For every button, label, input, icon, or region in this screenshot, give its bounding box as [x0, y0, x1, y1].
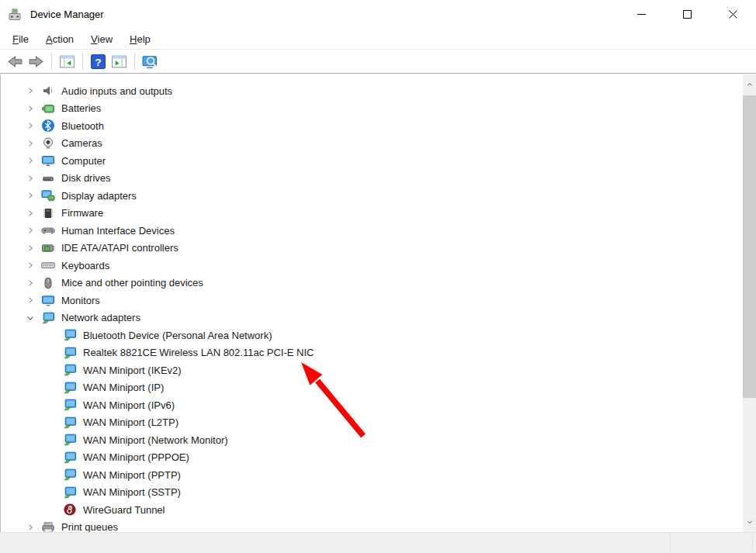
network-adapter-icon: [63, 328, 77, 342]
close-icon: [729, 10, 737, 19]
tree-item-disk-drives[interactable]: Disk drives: [1, 170, 756, 188]
toolbar: ?: [0, 50, 756, 74]
menu-item-action[interactable]: Action: [37, 30, 82, 48]
chevron-right-icon[interactable]: [24, 189, 36, 202]
status-bar: [0, 532, 756, 553]
camera-icon: [41, 137, 55, 150]
tree-item-wan-miniport-sstp[interactable]: WAN Miniport (SSTP): [1, 484, 756, 502]
scrollbar-thumb[interactable]: [743, 95, 756, 398]
tree-item-label: WAN Miniport (IP): [83, 382, 164, 393]
tree-item-ide-ata-atapi-controllers[interactable]: IDE ATA/ATAPI controllers: [1, 240, 756, 257]
network-adapter-icon: [63, 468, 77, 482]
status-bar-divider: [670, 534, 671, 551]
chevron-down-icon[interactable]: [24, 312, 36, 324]
tree-item-label: Monitors: [61, 295, 100, 306]
tree-item-label: IDE ATA/ATAPI controllers: [61, 242, 179, 254]
menu-item-view[interactable]: View: [82, 30, 121, 48]
chevron-right-icon[interactable]: [24, 172, 36, 185]
tree-item-label: Keyboards: [61, 260, 109, 271]
tree-item-wan-miniport-ip[interactable]: WAN Miniport (IP): [1, 379, 756, 397]
disk-icon: [41, 171, 55, 185]
device-tree-pane: Audio inputs and outputsBatteriesBluetoo…: [0, 74, 756, 532]
audio-icon: [41, 84, 55, 98]
chevron-right-icon[interactable]: [24, 224, 36, 237]
minimize-icon: [637, 10, 646, 19]
tree-item-realtek-8821ce-wireless-lan-802-11ac-pci-e-nic[interactable]: Realtek 8821CE Wireless LAN 802.11ac PCI…: [1, 344, 756, 362]
close-button[interactable]: [710, 0, 756, 29]
menu-item-help[interactable]: Help: [121, 30, 159, 48]
vertical-scrollbar[interactable]: [743, 74, 756, 532]
tree-item-display-adapters[interactable]: Display adapters: [1, 187, 756, 205]
scan-for-hardware-changes-button[interactable]: [140, 52, 160, 71]
chevron-right-icon[interactable]: [24, 154, 36, 167]
chevron-up-icon: [746, 81, 754, 88]
tree-item-bluetooth-device-personal-area-network[interactable]: Bluetooth Device (Personal Area Network): [1, 327, 756, 344]
device-tree: Audio inputs and outputsBatteriesBluetoo…: [1, 74, 756, 532]
chevron-right-icon[interactable]: [24, 242, 36, 254]
tree-item-wan-miniport-ikev2[interactable]: WAN Miniport (IKEv2): [1, 361, 756, 379]
tree-item-label: WAN Miniport (IPv6): [83, 399, 175, 411]
toolbar-separator: [134, 53, 135, 70]
tree-item-batteries[interactable]: Batteries: [1, 100, 756, 118]
svg-text:?: ?: [95, 56, 101, 67]
tree-item-label: Network adapters: [61, 312, 140, 323]
tree-item-computer[interactable]: Computer: [1, 152, 756, 170]
show-hide-console-tree-button[interactable]: [57, 52, 77, 71]
chevron-right-icon[interactable]: [24, 521, 36, 532]
device-manager-window: { "window": { "title": "Device Manager",…: [0, 0, 756, 553]
tree-item-cameras[interactable]: Cameras: [1, 135, 756, 153]
tree-item-print-queues[interactable]: Print queues: [1, 519, 756, 533]
tree-item-wan-miniport-l2tp[interactable]: WAN Miniport (L2TP): [1, 414, 756, 432]
chevron-right-icon[interactable]: [24, 137, 36, 150]
forward-button[interactable]: [26, 52, 46, 71]
tree-item-label: Realtek 8821CE Wireless LAN 802.11ac PCI…: [83, 347, 314, 358]
network-adapter-icon: [63, 416, 77, 430]
back-button[interactable]: [5, 52, 25, 71]
tree-item-audio-inputs-and-outputs[interactable]: Audio inputs and outputs: [1, 82, 756, 100]
tree-item-bluetooth[interactable]: Bluetooth: [1, 117, 756, 135]
display-adapter-icon: [41, 188, 55, 202]
tree-item-label: Batteries: [61, 102, 101, 114]
tree-item-wan-miniport-pptp[interactable]: WAN Miniport (PPTP): [1, 466, 756, 484]
help-button[interactable]: ?: [88, 52, 108, 71]
mouse-icon: [41, 276, 55, 290]
chevron-right-icon[interactable]: [24, 85, 36, 97]
maximize-button[interactable]: [664, 0, 710, 29]
tree-item-keyboards[interactable]: Keyboards: [1, 257, 756, 275]
tree-item-wan-miniport-ipv6[interactable]: WAN Miniport (IPv6): [1, 396, 756, 414]
computer-icon: [41, 154, 55, 168]
show-action-pane-icon: [111, 54, 127, 70]
tree-item-human-interface-devices[interactable]: Human Interface Devices: [1, 222, 756, 240]
network-adapter-icon: [63, 433, 77, 447]
scroll-down-button[interactable]: [743, 512, 756, 532]
menu-bar: FileActionViewHelp: [0, 29, 756, 50]
hid-icon: [41, 223, 55, 237]
help-icon: ?: [90, 54, 106, 70]
scroll-up-button[interactable]: [743, 74, 756, 95]
tree-item-network-adapters[interactable]: Network adapters: [1, 309, 756, 327]
minimize-button[interactable]: [619, 0, 664, 29]
show-hide-action-pane-button[interactable]: [109, 52, 129, 71]
tree-item-firmware[interactable]: Firmware: [1, 205, 756, 223]
tree-item-label: Bluetooth Device (Personal Area Network): [83, 330, 272, 341]
tree-item-label: Bluetooth: [61, 120, 104, 132]
title-bar: Device Manager: [0, 0, 756, 29]
tree-item-label: WAN Miniport (Network Monitor): [83, 434, 228, 446]
tree-item-label: Print queues: [61, 521, 118, 532]
chevron-right-icon[interactable]: [24, 207, 36, 219]
tree-item-monitors[interactable]: Monitors: [1, 292, 756, 309]
tree-item-mice-and-other-pointing-devices[interactable]: Mice and other pointing devices: [1, 275, 756, 292]
tree-item-wan-miniport-pppoe[interactable]: WAN Miniport (PPPOE): [1, 449, 756, 467]
chevron-right-icon[interactable]: [24, 102, 36, 115]
tree-item-wireguard-tunnel[interactable]: WireGuard Tunnel: [1, 501, 756, 519]
menu-item-file[interactable]: File: [4, 30, 37, 48]
tree-item-label: WireGuard Tunnel: [83, 504, 165, 516]
chevron-right-icon[interactable]: [24, 294, 36, 306]
tree-item-wan-miniport-network-monitor[interactable]: WAN Miniport (Network Monitor): [1, 431, 756, 449]
network-adapter-icon: [63, 381, 77, 395]
chevron-right-icon[interactable]: [24, 259, 36, 271]
chevron-right-icon[interactable]: [24, 277, 36, 289]
device-manager-icon: [7, 7, 23, 22]
chevron-right-icon[interactable]: [24, 119, 36, 132]
tree-item-label: Mice and other pointing devices: [61, 277, 203, 289]
